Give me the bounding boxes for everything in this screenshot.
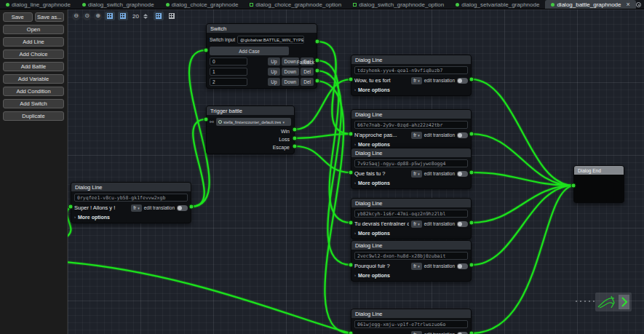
edit-translation-toggle[interactable] (177, 205, 188, 211)
save-as-button[interactable]: Save as... (35, 12, 65, 22)
port-switch-case-0[interactable] (315, 58, 320, 63)
edit-translation-toggle[interactable] (457, 78, 468, 84)
line-id-field[interactable]: 0ryqfee1-v8cu-yb58-gk1fevvw2xgb (74, 194, 188, 202)
language-dropdown[interactable]: fr▾ (411, 170, 422, 178)
line-id-field[interactable]: 2vec9wl2-dxon-hu8d-x28bj0zubait (354, 252, 468, 260)
case-del-button[interactable]: Del (301, 78, 314, 86)
save-button[interactable]: Save (3, 12, 33, 22)
more-options-foldout[interactable]: › More options (354, 140, 468, 148)
add-choice-button[interactable]: Add Choice (3, 49, 64, 59)
graph-canvas[interactable]: ⊖ ⊙ ⊕ 20 Switch Switch input @globalvar.… (68, 9, 644, 334)
node-titlebar[interactable]: Dialog Line (351, 148, 471, 157)
more-options-foldout[interactable]: › More options (354, 229, 468, 236)
more-options-foldout[interactable]: › More options (354, 179, 468, 186)
port-trigger-win[interactable] (293, 127, 298, 132)
add-condition-button[interactable]: Add Condition (3, 87, 64, 96)
port-trigger-loss[interactable] (293, 136, 298, 141)
port-line-output[interactable] (189, 204, 194, 210)
close-tab-icon[interactable]: × (627, 1, 630, 8)
grid-pattern-icon[interactable] (118, 12, 128, 20)
port-line-output[interactable] (469, 132, 474, 137)
language-dropdown[interactable]: fr▾ (411, 77, 422, 84)
tab-dialog-line-graphnode[interactable]: dialog_line_graphnode (0, 0, 76, 9)
port-line-input[interactable] (68, 204, 73, 210)
node-titlebar[interactable]: Dialog Line (351, 309, 471, 318)
more-options-foldout[interactable]: › More options (74, 213, 188, 220)
edit-translation-toggle[interactable] (457, 132, 468, 138)
case-value-field[interactable]: 2 (210, 78, 247, 86)
node-titlebar[interactable]: Dialog Line (351, 55, 471, 64)
node-titlebar[interactable]: Switch (207, 24, 317, 33)
dialog-line-node[interactable]: Dialog Line 2vec9wl2-dxon-hu8d-x28bj0zub… (351, 240, 472, 282)
minimap-toggle-icon[interactable] (154, 12, 164, 20)
node-titlebar[interactable]: Trigger battle (207, 106, 294, 115)
snap-spinner[interactable] (143, 14, 148, 19)
tab-dialog-battle-graphnode[interactable]: dialog_battle_graphnode × (545, 0, 635, 9)
line-id-field[interactable]: 7v9z5aqj-ngyu-dp88-p5wjywe8ogg4 (354, 159, 468, 167)
arrange-nodes-icon[interactable] (167, 12, 177, 20)
tab-dialog-switch-graphnode-option[interactable]: dialog_switch_graphnode_option (347, 0, 450, 9)
dialog-line-node[interactable]: Dialog Line yb82kcyh-1s6r-47mi-oqz2n9hz2… (351, 198, 472, 239)
port-trigger-input[interactable] (204, 117, 209, 122)
duplicate-button[interactable]: Duplicate (3, 111, 64, 121)
port-trigger-escape[interactable] (293, 144, 298, 149)
dialog-line-node[interactable]: Dialog Line 0ryqfee1-v8cu-yb58-gk1fevvw2… (71, 182, 191, 223)
language-dropdown[interactable]: fr▾ (131, 204, 142, 212)
line-id-field[interactable]: 061wjegg-xmju-vp1f-e7trlwszuo6o (354, 320, 468, 328)
trigger-battle-node[interactable]: Trigger battle ⚯ stella_firstencounter_d… (206, 106, 295, 154)
dialog-end-node[interactable]: Dialog End (573, 165, 624, 203)
node-titlebar[interactable]: Dialog Line (351, 110, 471, 119)
case-value-field[interactable]: 0 (210, 57, 247, 65)
add-battle-button[interactable]: Add Battle (3, 62, 64, 71)
line-text[interactable]: N'approche pas... (354, 132, 409, 138)
edit-translation-toggle[interactable] (457, 221, 468, 227)
add-variable-button[interactable]: Add Variable (3, 74, 64, 84)
port-line-input[interactable] (349, 132, 354, 137)
tab-dialog-setvariable-graphnode[interactable]: dialog_setvariable_graphnode (450, 0, 545, 9)
node-titlebar[interactable]: Dialog Line (71, 183, 191, 191)
case-down-button[interactable]: Down (282, 68, 300, 76)
zoom-in-icon[interactable]: ⊕ (94, 12, 102, 20)
line-id-field[interactable]: 667e7nab-2y9v-0zqd-ahz22z42tbr (354, 121, 468, 129)
port-end-input[interactable] (571, 183, 576, 188)
history-back-icon[interactable] (636, 2, 641, 7)
node-titlebar[interactable]: Dialog Line (351, 199, 471, 207)
open-button[interactable]: Open (3, 25, 64, 34)
node-titlebar[interactable]: Dialog Line (351, 241, 471, 250)
line-text[interactable]: Que fais tu ? (354, 170, 409, 177)
case-up-button[interactable]: Up (268, 68, 279, 76)
battle-resource-picker[interactable]: stella_firstencounter_default.tres ▾ (216, 118, 291, 126)
dialog-line-node[interactable]: Dialog Line 667e7nab-2y9v-0zqd-ahz22z42t… (351, 109, 472, 151)
port-switch-case-1[interactable] (315, 68, 320, 73)
port-line-output[interactable] (469, 263, 474, 268)
port-line-output[interactable] (469, 77, 474, 82)
port-switch-fallback[interactable] (315, 39, 320, 44)
zoom-out-icon[interactable]: ⊖ (72, 12, 80, 20)
case-del-button[interactable]: Del (301, 68, 314, 76)
language-dropdown[interactable]: fr▾ (411, 331, 422, 334)
line-text[interactable]: Pourquoi fuir ? (354, 263, 409, 269)
language-dropdown[interactable]: fr▾ (411, 220, 422, 228)
port-line-input[interactable] (349, 331, 354, 334)
line-text[interactable]: Super ! Allons y ! (74, 204, 129, 211)
line-id-field[interactable]: yb82kcyh-1s6r-47mi-oqz2n9hz2lbl (354, 210, 468, 218)
minimap[interactable] (595, 293, 632, 311)
tab-dialog-choice-graphnode[interactable]: dialog_choice_graphnode (160, 0, 245, 9)
line-id-field[interactable]: tdzyhemk-yyv4-qea1-n9vfiq8uzb7 (354, 66, 468, 74)
add-case-button[interactable]: Add Case (210, 47, 289, 55)
add-switch-button[interactable]: Add Switch (3, 99, 64, 108)
port-switch-case-2[interactable] (315, 79, 320, 84)
zoom-reset-icon[interactable]: ⊙ (83, 12, 91, 20)
port-line-output[interactable] (469, 170, 474, 175)
port-line-input[interactable] (349, 77, 354, 82)
port-line-output[interactable] (469, 220, 474, 226)
case-down-button[interactable]: Down (282, 78, 300, 86)
port-line-input[interactable] (349, 263, 354, 268)
language-dropdown[interactable]: fr▾ (411, 132, 422, 139)
tab-dialog-choice-graphnode-option[interactable]: dialog_choice_graphnode_option (244, 0, 347, 9)
case-up-button[interactable]: Up (268, 78, 279, 86)
edit-translation-toggle[interactable] (457, 263, 468, 269)
port-line-input[interactable] (349, 170, 354, 175)
more-options-foldout[interactable]: › More options (354, 86, 468, 93)
port-switch-input[interactable] (204, 48, 209, 53)
